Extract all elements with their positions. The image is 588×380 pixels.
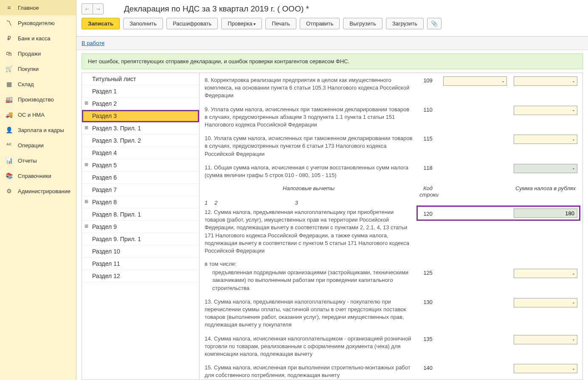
sidebar-label: Продажи	[18, 51, 41, 57]
row-code: 118	[419, 164, 436, 171]
form-row: 9. Уплата сумм налога, исчисленных при т…	[205, 106, 577, 129]
form-row: предъявленная подрядными организациями (…	[205, 269, 577, 292]
sidebar-label: ОС и НМА	[18, 112, 45, 118]
header: ← → Декларация по НДС за 3 квартал 2019 …	[76, 0, 588, 37]
gear-icon: ⚙	[5, 187, 13, 195]
deduction-input[interactable]	[514, 269, 577, 278]
status-link[interactable]: В работе	[76, 37, 588, 50]
section-header: Налоговые вычеты Код строки Сумма налога…	[205, 185, 577, 198]
section-tree: Титульный лист Раздел 1 Раздел 2 Раздел …	[82, 73, 200, 380]
tree-item[interactable]: Раздел 3. Прил. 1	[82, 122, 199, 135]
tree-item[interactable]: Раздел 5	[82, 159, 199, 172]
row-label: 8. Корректировка реализации предприятия …	[205, 76, 413, 100]
tree-item-selected[interactable]: Раздел 3	[82, 110, 199, 122]
sidebar-item-purchases[interactable]: 🛒 Покупки	[0, 61, 76, 76]
send-button[interactable]: Отправить	[300, 18, 340, 29]
tax-amount-input[interactable]	[514, 135, 577, 144]
tax-base-input[interactable]	[443, 76, 507, 86]
row-code: 140	[419, 364, 436, 371]
sidebar-label: Справочники	[18, 173, 51, 179]
sidebar-label: Покупки	[18, 66, 39, 72]
sidebar-item-sales[interactable]: 🛍 Продажи	[0, 46, 76, 61]
fill-button[interactable]: Заполнить	[123, 18, 163, 29]
sidebar: ≡ Главное 〽 Руководителю ₽ Банк и касса …	[0, 0, 76, 380]
deduction-input[interactable]	[514, 364, 577, 373]
sub-center: 1	[205, 200, 208, 206]
sidebar-label: Производство	[18, 96, 54, 103]
deduction-input[interactable]	[514, 335, 577, 344]
sidebar-item-reports[interactable]: 📊 Отчеты	[0, 153, 76, 168]
tree-item[interactable]: Раздел 10	[82, 245, 199, 258]
sidebar-item-assets[interactable]: 🚚 ОС и НМА	[0, 107, 76, 122]
attach-button[interactable]: 📎	[427, 18, 442, 29]
tree-item[interactable]: Раздел 2	[82, 98, 199, 110]
tree-item[interactable]: Раздел 11	[82, 258, 199, 270]
menu-icon: ≡	[5, 4, 13, 11]
form-row: 13. Сумма налога, предъявленная налогопл…	[205, 298, 577, 329]
tax-amount-input[interactable]	[514, 76, 577, 86]
tree-item[interactable]: Раздел 8	[82, 196, 199, 208]
tree-item[interactable]: Раздел 9. Прил. 1	[82, 233, 199, 245]
form-panel: 8. Корректировка реализации предприятия …	[200, 73, 583, 380]
header-center: Налоговые вычеты	[205, 185, 413, 198]
tree-item[interactable]: Раздел 9	[82, 221, 199, 233]
sidebar-item-operations[interactable]: ᴬᴷ Операции	[0, 138, 76, 153]
tree-item[interactable]: Раздел 12	[82, 270, 199, 282]
row-code: 125	[419, 269, 436, 276]
sidebar-label: Руководителю	[18, 20, 55, 26]
deduction-input[interactable]	[514, 208, 577, 218]
grid-icon: ▦	[5, 80, 13, 88]
save-button[interactable]: Записать	[82, 18, 120, 29]
sidebar-item-warehouse[interactable]: ▦ Склад	[0, 76, 76, 92]
header-code: Код строки	[419, 185, 436, 198]
tree-item[interactable]: Раздел 1	[82, 85, 199, 98]
tree-item[interactable]: Раздел 7	[82, 184, 199, 196]
deduction-input[interactable]	[514, 298, 577, 307]
check-button[interactable]: Проверка	[221, 18, 262, 29]
bars-icon: 📊	[5, 157, 13, 164]
tax-amount-input[interactable]	[514, 106, 577, 115]
sidebar-item-references[interactable]: 📚 Справочники	[0, 168, 76, 183]
main: ← → Декларация по НДС за 3 квартал 2019 …	[76, 0, 588, 380]
tree-item[interactable]: Раздел 8. Прил. 1	[82, 208, 199, 221]
sub-sum: 3	[295, 200, 298, 206]
print-button[interactable]: Печать	[265, 18, 296, 29]
row-code: 115	[419, 135, 436, 142]
upload-button[interactable]: Выгрузить	[343, 18, 382, 29]
chart-icon: 〽	[5, 19, 13, 27]
sidebar-item-main[interactable]: ≡ Главное	[0, 0, 76, 15]
row-label: 12. Сумма налога, предъявленная налогопл…	[205, 208, 413, 255]
decrypt-button[interactable]: Расшифровать	[166, 18, 218, 29]
row-code: 130	[419, 298, 436, 305]
tree-item[interactable]: Раздел 3. Прил. 2	[82, 135, 199, 147]
content: Титульный лист Раздел 1 Раздел 2 Раздел …	[76, 73, 588, 380]
sidebar-item-manager[interactable]: 〽 Руководителю	[0, 15, 76, 31]
tree-item[interactable]: Титульный лист	[82, 73, 199, 85]
sidebar-item-admin[interactable]: ⚙ Администрирование	[0, 183, 76, 199]
bag-icon: 🛍	[5, 50, 13, 57]
sidebar-label: Банк и касса	[18, 35, 51, 42]
tree-item[interactable]: Раздел 4	[82, 147, 199, 159]
row-label: 15. Сумма налога, исчисленная при выполн…	[205, 364, 413, 379]
tax-total-input[interactable]	[514, 164, 577, 173]
factory-icon: 🏭	[5, 96, 13, 103]
person-icon: 👤	[5, 126, 13, 134]
sidebar-label: Зарплата и кадры	[18, 127, 64, 133]
sidebar-item-bank[interactable]: ₽ Банк и касса	[0, 31, 76, 46]
sidebar-item-salary[interactable]: 👤 Зарплата и кадры	[0, 122, 76, 138]
nav-back-button[interactable]: ←	[82, 3, 93, 14]
row-label: 14. Сумма налога, исчисленная налогоплат…	[205, 335, 413, 358]
toolbar: Записать Заполнить Расшифровать Проверка…	[82, 18, 583, 33]
sidebar-label: Отчеты	[18, 158, 37, 164]
nav-forward-button[interactable]: →	[93, 3, 104, 14]
page-title: Декларация по НДС за 3 квартал 2019 г. (…	[124, 4, 309, 14]
download-button[interactable]: Загрузить	[386, 18, 424, 29]
row-label: 10. Уплата сумм налога, исчисленных при …	[205, 135, 413, 158]
tree-item[interactable]: Раздел 6	[82, 172, 199, 184]
row-label: 13. Сумма налога, предъявленная налогопл…	[205, 298, 413, 329]
form-row: 10. Уплата сумм налога, исчисленных при …	[205, 135, 577, 158]
section-subheader: 1 2 3	[205, 200, 577, 206]
sidebar-item-production[interactable]: 🏭 Производство	[0, 92, 76, 107]
header-sum: Сумма налога в рублях	[514, 185, 577, 198]
sub-code: 2	[214, 200, 217, 206]
